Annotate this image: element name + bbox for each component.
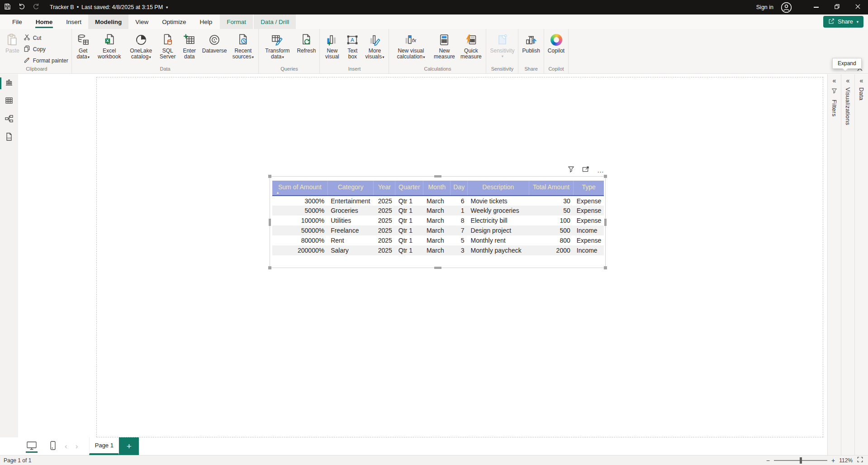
copilot-button[interactable]: Copilot [545,32,567,54]
copy-button[interactable]: Copy [22,45,70,54]
tab-modeling[interactable]: Modeling [88,14,128,29]
document-title-menu[interactable]: Tracker B • Last saved: 4/8/2025 at 3:15… [50,4,168,10]
sidebar-item-model-view[interactable] [0,110,18,129]
next-page-arrow[interactable]: › [71,437,82,455]
table-cell: 3000% [272,196,327,206]
paste-label: Paste [5,48,19,54]
fit-to-page-icon[interactable] [857,456,863,464]
column-header-day[interactable]: Day [451,181,468,196]
sidebar-item-report-view[interactable] [0,74,18,92]
save-button[interactable] [0,0,14,14]
new-visual-button[interactable]: New visual [321,32,343,60]
enter-data-button[interactable]: Enter data [179,32,200,60]
resize-handle-left[interactable] [269,219,271,226]
text-box-button[interactable]: A Text box [343,32,362,60]
tab-insert[interactable]: Insert [59,14,88,29]
resize-handle-bottom-right[interactable] [604,266,607,269]
group-label-calculations: Calculations [390,66,484,73]
tab-help[interactable]: Help [193,14,219,29]
close-icon [855,3,861,11]
table-row[interactable]: 50000%Freelance2025Qtr 1March7Design pro… [272,225,604,235]
new-page-button[interactable]: + [119,437,139,455]
table-row[interactable]: 5000%Groceries2025Qtr 1March1Weekly groc… [272,206,604,216]
new-visual-label: New visual [323,48,341,60]
table-row[interactable]: 10000%Utilities2025Qtr 1March8Electricit… [272,216,604,225]
tab-home[interactable]: Home [29,14,60,29]
zoom-slider[interactable] [774,460,827,461]
filters-pane-collapsed[interactable]: « Filters [827,74,841,455]
column-header-type[interactable]: Type [574,181,604,196]
resize-handle-right[interactable] [604,219,607,226]
tab-file[interactable]: File [5,14,29,29]
publish-button[interactable]: Publish [520,32,542,54]
sign-in-link[interactable]: Sign in [756,4,773,10]
focus-mode-icon[interactable] [582,166,589,174]
table-row[interactable]: 3000%Entertainment2025Qtr 1March6Movie t… [272,196,604,206]
zoom-in-button[interactable]: + [831,457,835,464]
view-sidebar: DAX [0,74,18,437]
transform-data-button[interactable]: Transform data▾ [260,32,294,60]
resize-handle-top[interactable] [434,175,441,177]
undo-button[interactable] [14,0,29,14]
dataverse-button[interactable]: Dataverse [200,32,229,54]
tab-data-drill[interactable]: Data / Drill [254,14,296,29]
new-measure-button[interactable]: New measure [431,32,457,60]
sidebar-item-dax-query-view[interactable]: DAX [0,129,18,147]
table-row[interactable]: 200000%Salary2025Qtr 1March3Monthly payc… [272,245,604,255]
more-visuals-button[interactable]: More visuals▾ [362,32,387,60]
table-cell: 2025 [374,206,395,216]
cut-button[interactable]: Cut [22,34,70,43]
paste-button[interactable]: Paste [3,32,22,54]
expand-data-icon[interactable]: « [860,78,863,83]
sidebar-item-table-view[interactable] [0,92,18,110]
column-header-month[interactable]: Month [423,181,451,196]
restore-button[interactable] [826,0,847,14]
column-header-sum-of-amount[interactable]: Sum of Amount▲ [272,181,327,196]
expand-filters-icon[interactable]: « [833,78,836,83]
data-pane-collapsed[interactable]: « Data [854,74,868,455]
tab-view[interactable]: View [128,14,155,29]
expand-visualizations-icon[interactable]: « [846,78,850,83]
resize-handle-bottom-left[interactable] [268,266,271,269]
format-painter-button[interactable]: Format painter [22,56,70,65]
desktop-layout-button[interactable] [22,437,42,455]
sensitivity-label: Sensitivity [490,48,514,54]
table-body: 3000%Entertainment2025Qtr 1March6Movie t… [272,196,604,255]
zoom-slider-handle[interactable] [800,457,802,464]
onelake-catalog-button[interactable]: OneLake catalog▾ [126,32,157,60]
table-row[interactable]: 80000%Rent2025Qtr 1March5Monthly rent800… [272,235,604,245]
tab-optimize[interactable]: Optimize [155,14,193,29]
tab-format[interactable]: Format [220,14,253,29]
resize-handle-top-right[interactable] [604,175,607,178]
resize-handle-top-left[interactable] [268,175,271,178]
quick-measure-button[interactable]: Quick measure [457,32,484,60]
column-header-year[interactable]: Year [374,181,395,196]
previous-page-arrow[interactable]: ‹ [61,437,71,455]
table-cell: Expense [574,206,604,216]
share-button[interactable]: Share ▾ [823,16,863,28]
ribbon-group-copilot: Copilot Copilot [544,29,569,73]
excel-workbook-button[interactable]: X Excel workbook [93,32,126,60]
resize-handle-bottom[interactable] [434,267,441,269]
sensitivity-button[interactable]: Sensitivity ▾ [488,32,517,58]
redo-button[interactable] [29,0,43,14]
recent-sources-button[interactable]: Recent sources▾ [229,32,257,60]
zoom-out-button[interactable]: − [766,457,770,464]
mobile-layout-button[interactable] [45,437,61,455]
visualizations-pane-collapsed[interactable]: « Visualizations [841,74,854,455]
sql-server-button[interactable]: SQL Server [157,32,179,60]
minimize-button[interactable] [806,0,826,14]
refresh-button[interactable]: Refresh [294,32,318,54]
more-options-icon[interactable]: … [597,168,604,173]
new-visual-calculation-button[interactable]: fx New visual calculation▾ [390,32,431,60]
visual-filter-icon[interactable] [568,166,574,174]
table-visual[interactable]: … Sum of Amount▲CategoryYearQuarterMonth… [270,176,606,268]
close-button[interactable] [847,0,868,14]
page-tab-page-1[interactable]: Page 1 [89,437,119,455]
account-avatar[interactable] [781,2,792,13]
column-header-quarter[interactable]: Quarter [395,181,423,196]
column-header-category[interactable]: Category [327,181,374,196]
get-data-button[interactable]: Get data▾ [73,32,93,60]
column-header-description[interactable]: Description [468,181,529,196]
column-header-total-amount[interactable]: Total Amount [529,181,574,196]
